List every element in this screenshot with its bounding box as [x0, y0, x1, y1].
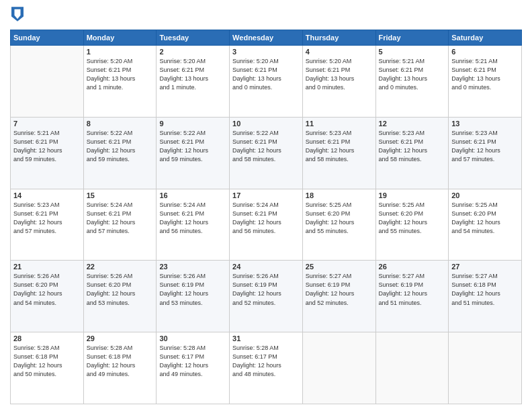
- day-number: 23: [159, 263, 226, 271]
- calendar-day-cell: 27Sunrise: 5:27 AM Sunset: 6:18 PM Dayli…: [449, 261, 522, 332]
- day-info: Sunrise: 5:26 AM Sunset: 6:20 PM Dayligh…: [13, 272, 81, 307]
- calendar-day-cell: 26Sunrise: 5:27 AM Sunset: 6:19 PM Dayli…: [375, 261, 449, 332]
- day-info: Sunrise: 5:23 AM Sunset: 6:21 PM Dayligh…: [306, 129, 373, 164]
- calendar-day-cell: 23Sunrise: 5:26 AM Sunset: 6:19 PM Dayli…: [157, 261, 230, 332]
- calendar-day-cell: [449, 332, 522, 404]
- day-number: 19: [379, 191, 446, 199]
- day-info: Sunrise: 5:28 AM Sunset: 6:18 PM Dayligh…: [87, 344, 154, 379]
- calendar-day-cell: 2Sunrise: 5:20 AM Sunset: 6:21 PM Daylig…: [157, 46, 230, 118]
- calendar-day-cell: 4Sunrise: 5:20 AM Sunset: 6:21 PM Daylig…: [302, 46, 375, 118]
- day-info: Sunrise: 5:27 AM Sunset: 6:18 PM Dayligh…: [451, 272, 519, 307]
- calendar-day-cell: 6Sunrise: 5:21 AM Sunset: 6:21 PM Daylig…: [449, 46, 522, 118]
- day-info: Sunrise: 5:27 AM Sunset: 6:19 PM Dayligh…: [306, 272, 373, 307]
- day-info: Sunrise: 5:21 AM Sunset: 6:21 PM Dayligh…: [13, 129, 81, 164]
- calendar-day-cell: 21Sunrise: 5:26 AM Sunset: 6:20 PM Dayli…: [11, 261, 84, 332]
- calendar-day-cell: 25Sunrise: 5:27 AM Sunset: 6:19 PM Dayli…: [302, 261, 375, 332]
- day-info: Sunrise: 5:25 AM Sunset: 6:20 PM Dayligh…: [379, 201, 446, 236]
- day-info: Sunrise: 5:25 AM Sunset: 6:20 PM Dayligh…: [306, 201, 373, 236]
- calendar-day-cell: 3Sunrise: 5:20 AM Sunset: 6:21 PM Daylig…: [230, 46, 303, 118]
- day-number: 30: [159, 334, 226, 342]
- day-number: 27: [451, 263, 519, 271]
- calendar-day-cell: 22Sunrise: 5:26 AM Sunset: 6:20 PM Dayli…: [83, 261, 157, 332]
- day-number: 13: [451, 120, 519, 128]
- day-number: 22: [87, 263, 154, 271]
- calendar-day-cell: 7Sunrise: 5:21 AM Sunset: 6:21 PM Daylig…: [11, 117, 84, 189]
- day-number: 20: [451, 191, 519, 199]
- day-number: 24: [232, 263, 300, 271]
- day-info: Sunrise: 5:20 AM Sunset: 6:21 PM Dayligh…: [87, 57, 154, 92]
- day-number: 6: [451, 48, 519, 56]
- day-number: 15: [87, 191, 154, 199]
- day-info: Sunrise: 5:20 AM Sunset: 6:21 PM Dayligh…: [159, 57, 226, 92]
- day-number: 26: [379, 263, 446, 271]
- day-info: Sunrise: 5:22 AM Sunset: 6:21 PM Dayligh…: [159, 129, 226, 164]
- day-number: 9: [159, 120, 226, 128]
- day-info: Sunrise: 5:24 AM Sunset: 6:21 PM Dayligh…: [159, 201, 226, 236]
- weekday-header-monday: Monday: [83, 30, 157, 46]
- calendar-table: SundayMondayTuesdayWednesdayThursdayFrid…: [10, 30, 522, 404]
- calendar-day-cell: 18Sunrise: 5:25 AM Sunset: 6:20 PM Dayli…: [302, 189, 375, 261]
- day-info: Sunrise: 5:28 AM Sunset: 6:17 PM Dayligh…: [159, 344, 226, 379]
- logo-icon: [11, 7, 24, 21]
- day-info: Sunrise: 5:28 AM Sunset: 6:18 PM Dayligh…: [13, 344, 81, 379]
- calendar-week-row: 7Sunrise: 5:21 AM Sunset: 6:21 PM Daylig…: [11, 117, 522, 189]
- day-number: 12: [379, 120, 446, 128]
- day-info: Sunrise: 5:21 AM Sunset: 6:21 PM Dayligh…: [379, 57, 446, 92]
- day-number: 4: [306, 48, 373, 56]
- calendar-week-row: 1Sunrise: 5:20 AM Sunset: 6:21 PM Daylig…: [11, 46, 522, 118]
- day-number: 31: [232, 334, 300, 342]
- calendar-day-cell: 5Sunrise: 5:21 AM Sunset: 6:21 PM Daylig…: [375, 46, 449, 118]
- calendar-day-cell: 24Sunrise: 5:26 AM Sunset: 6:19 PM Dayli…: [230, 261, 303, 332]
- day-number: 14: [13, 191, 81, 199]
- day-number: 25: [306, 263, 373, 271]
- weekday-header-sunday: Sunday: [11, 30, 84, 46]
- calendar-day-cell: 19Sunrise: 5:25 AM Sunset: 6:20 PM Dayli…: [375, 189, 449, 261]
- calendar-day-cell: 11Sunrise: 5:23 AM Sunset: 6:21 PM Dayli…: [302, 117, 375, 189]
- calendar-day-cell: 28Sunrise: 5:28 AM Sunset: 6:18 PM Dayli…: [11, 332, 84, 404]
- calendar-day-cell: 15Sunrise: 5:24 AM Sunset: 6:21 PM Dayli…: [83, 189, 157, 261]
- day-info: Sunrise: 5:26 AM Sunset: 6:19 PM Dayligh…: [159, 272, 226, 307]
- calendar-week-row: 21Sunrise: 5:26 AM Sunset: 6:20 PM Dayli…: [11, 261, 522, 332]
- calendar-day-cell: 31Sunrise: 5:28 AM Sunset: 6:17 PM Dayli…: [230, 332, 303, 404]
- day-info: Sunrise: 5:23 AM Sunset: 6:21 PM Dayligh…: [379, 129, 446, 164]
- calendar-day-cell: [375, 332, 449, 404]
- day-number: 2: [159, 48, 226, 56]
- calendar-week-row: 14Sunrise: 5:23 AM Sunset: 6:21 PM Dayli…: [11, 189, 522, 261]
- day-number: 16: [159, 191, 226, 199]
- day-number: 3: [232, 48, 300, 56]
- weekday-header-friday: Friday: [375, 30, 449, 46]
- calendar-day-cell: 16Sunrise: 5:24 AM Sunset: 6:21 PM Dayli…: [157, 189, 230, 261]
- page: SundayMondayTuesdayWednesdayThursdayFrid…: [0, 0, 532, 411]
- day-info: Sunrise: 5:24 AM Sunset: 6:21 PM Dayligh…: [87, 201, 154, 236]
- day-info: Sunrise: 5:25 AM Sunset: 6:20 PM Dayligh…: [451, 201, 519, 236]
- day-info: Sunrise: 5:24 AM Sunset: 6:21 PM Dayligh…: [232, 201, 300, 236]
- weekday-header-thursday: Thursday: [302, 30, 375, 46]
- calendar-week-row: 28Sunrise: 5:28 AM Sunset: 6:18 PM Dayli…: [11, 332, 522, 404]
- calendar-day-cell: 13Sunrise: 5:23 AM Sunset: 6:21 PM Dayli…: [449, 117, 522, 189]
- weekday-header-tuesday: Tuesday: [157, 30, 230, 46]
- calendar-day-cell: 10Sunrise: 5:22 AM Sunset: 6:21 PM Dayli…: [230, 117, 303, 189]
- calendar-day-cell: [11, 46, 84, 118]
- day-info: Sunrise: 5:21 AM Sunset: 6:21 PM Dayligh…: [451, 57, 519, 92]
- calendar-day-cell: 29Sunrise: 5:28 AM Sunset: 6:18 PM Dayli…: [83, 332, 157, 404]
- calendar-day-cell: [302, 332, 375, 404]
- day-info: Sunrise: 5:23 AM Sunset: 6:21 PM Dayligh…: [13, 201, 81, 236]
- day-number: 7: [13, 120, 81, 128]
- calendar-day-cell: 8Sunrise: 5:22 AM Sunset: 6:21 PM Daylig…: [83, 117, 157, 189]
- day-info: Sunrise: 5:22 AM Sunset: 6:21 PM Dayligh…: [87, 129, 154, 164]
- day-number: 1: [87, 48, 154, 56]
- calendar-day-cell: 20Sunrise: 5:25 AM Sunset: 6:20 PM Dayli…: [449, 189, 522, 261]
- day-number: 17: [232, 191, 300, 199]
- day-number: 10: [232, 120, 300, 128]
- weekday-header-saturday: Saturday: [449, 30, 522, 46]
- calendar-day-cell: 9Sunrise: 5:22 AM Sunset: 6:21 PM Daylig…: [157, 117, 230, 189]
- day-info: Sunrise: 5:22 AM Sunset: 6:21 PM Dayligh…: [232, 129, 300, 164]
- day-info: Sunrise: 5:26 AM Sunset: 6:19 PM Dayligh…: [232, 272, 300, 307]
- day-info: Sunrise: 5:27 AM Sunset: 6:19 PM Dayligh…: [379, 272, 446, 307]
- day-number: 18: [306, 191, 373, 199]
- header: [10, 7, 522, 24]
- day-info: Sunrise: 5:20 AM Sunset: 6:21 PM Dayligh…: [306, 57, 373, 92]
- day-number: 5: [379, 48, 446, 56]
- day-number: 28: [13, 334, 81, 342]
- day-info: Sunrise: 5:23 AM Sunset: 6:21 PM Dayligh…: [451, 129, 519, 164]
